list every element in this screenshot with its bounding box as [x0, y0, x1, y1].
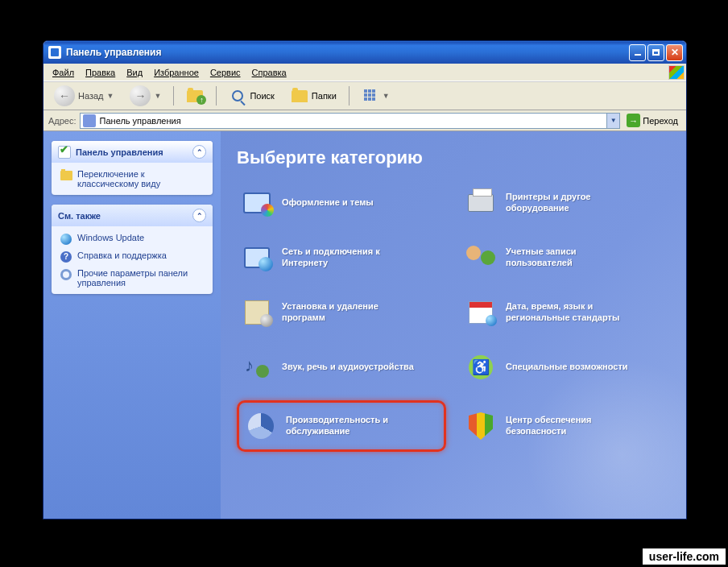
category-users[interactable]: Учетные записи пользователей [461, 236, 670, 279]
folder-icon [60, 169, 72, 182]
toolbar-separator [173, 86, 174, 106]
help-icon: ? [60, 250, 72, 263]
help-support-link[interactable]: ? Справка и поддержка [60, 250, 205, 263]
category-appearance[interactable]: Оформление и темы [237, 181, 446, 225]
search-button[interactable]: Поиск [223, 84, 279, 108]
panel-header[interactable]: Панель управления ⌃ [52, 141, 213, 163]
category-label: Специальные возможности [506, 362, 628, 373]
workspace: Панель управления ⌃ Переключение к класс… [43, 131, 686, 519]
folders-label: Папки [312, 91, 337, 101]
accessibility-icon: ♿ [464, 350, 498, 384]
link-text: Переключение к классическому виду [77, 169, 205, 188]
menu-edit[interactable]: Правка [80, 66, 121, 79]
forward-icon: → [130, 85, 151, 106]
window-title: Панель управления [66, 47, 624, 58]
menu-help[interactable]: Справка [246, 66, 292, 79]
control-panel-window: Панель управления ✕ Файл Правка Вид Избр… [43, 40, 687, 519]
menu-bar: Файл Правка Вид Избранное Сервис Справка [43, 64, 686, 81]
maximize-button[interactable] [647, 44, 664, 61]
link-text: Справка и поддержка [77, 250, 167, 260]
collapse-button[interactable]: ⌃ [192, 145, 206, 159]
back-button: ← Назад ▼ [48, 82, 119, 110]
panel-see-also: См. также ⌃ Windows Update ? Справка и п… [52, 205, 213, 294]
panel-title: Панель управления [76, 147, 163, 157]
address-dropdown-button[interactable]: ▼ [606, 114, 619, 128]
category-performance[interactable]: Производительность и обслуживание [237, 400, 446, 452]
search-label: Поиск [250, 91, 274, 101]
shield-icon [464, 409, 498, 443]
toolbar-separator [349, 86, 350, 106]
toolbar-separator [216, 86, 217, 106]
panel-control-panel: Панель управления ⌃ Переключение к класс… [52, 141, 213, 195]
views-button[interactable]: ▼ [356, 84, 395, 108]
category-label: Звук, речь и аудиоустройства [282, 362, 414, 373]
sound-icon [240, 350, 274, 384]
category-add-remove[interactable]: Установка и удаление программ [237, 291, 446, 334]
chevron-down-icon: ▼ [107, 92, 114, 100]
back-label: Назад [78, 91, 104, 101]
address-combo[interactable]: ▼ [80, 113, 621, 129]
go-label: Переход [643, 116, 678, 126]
go-arrow-icon: → [627, 114, 640, 127]
folders-button[interactable]: Папки [285, 84, 342, 108]
category-date-time[interactable]: Дата, время, язык и региональные стандар… [461, 291, 670, 334]
checkmark-icon [58, 146, 71, 159]
category-accessibility[interactable]: ♿ Специальные возможности [461, 346, 670, 389]
address-label: Адрес: [48, 116, 77, 126]
category-printers[interactable]: Принтеры и другое оборудование [461, 181, 670, 225]
category-label: Центр обеспечения безопасности [506, 415, 643, 437]
globe-icon [60, 233, 72, 246]
switch-classic-view-link[interactable]: Переключение к классическому виду [60, 169, 205, 188]
folders-icon [291, 87, 308, 105]
menu-tools[interactable]: Сервис [205, 66, 246, 79]
category-label: Дата, время, язык и региональные стандар… [506, 301, 643, 324]
folder-up-icon [186, 87, 204, 105]
address-bar: Адрес: ▼ → Переход [43, 110, 686, 131]
minimize-button[interactable] [629, 44, 646, 61]
category-label: Оформление и темы [282, 197, 374, 209]
menu-favorites[interactable]: Избранное [148, 66, 205, 79]
windows-logo-icon [668, 65, 685, 80]
page-heading: Выберите категорию [237, 147, 670, 168]
category-sound[interactable]: Звук, речь и аудиоустройства [237, 346, 446, 389]
chevron-down-icon: ▼ [383, 92, 390, 100]
back-icon: ← [54, 85, 75, 106]
category-label: Производительность и обслуживание [286, 415, 423, 437]
toolbar: ← Назад ▼ → ▼ Поиск Папки [43, 81, 686, 110]
link-text: Прочие параметры панели управления [77, 268, 205, 288]
menu-file[interactable]: Файл [47, 66, 80, 79]
panel-title: См. также [58, 211, 101, 221]
window-icon [48, 46, 61, 59]
title-bar[interactable]: Панель управления ✕ [43, 41, 686, 64]
printer-icon [464, 186, 498, 220]
address-input[interactable] [98, 115, 607, 126]
appearance-icon [240, 186, 274, 220]
category-network[interactable]: Сеть и подключения к Интернету [237, 236, 446, 279]
windows-update-link[interactable]: Windows Update [60, 233, 205, 246]
up-button[interactable] [180, 84, 209, 108]
menu-view[interactable]: Вид [121, 66, 148, 79]
category-view: Выберите категорию Оформление и темы При… [221, 131, 686, 519]
performance-icon [244, 409, 278, 443]
category-label: Установка и удаление программ [282, 301, 419, 324]
go-button[interactable]: → Переход [623, 113, 681, 128]
category-security[interactable]: Центр обеспечения безопасности [461, 400, 670, 452]
gear-icon [60, 268, 72, 281]
forward-button: → ▼ [124, 82, 167, 110]
watermark: user-life.com [642, 548, 726, 565]
datetime-icon [464, 296, 498, 329]
panel-header[interactable]: См. также ⌃ [52, 205, 213, 226]
users-icon [464, 241, 498, 275]
task-pane: Панель управления ⌃ Переключение к класс… [43, 131, 221, 519]
close-button[interactable]: ✕ [666, 44, 683, 61]
other-options-link[interactable]: Прочие параметры панели управления [60, 268, 205, 288]
category-label: Принтеры и другое оборудование [506, 192, 643, 214]
collapse-button[interactable]: ⌃ [192, 209, 206, 222]
network-icon [240, 241, 274, 275]
install-icon [240, 296, 274, 329]
category-grid: Оформление и темы Принтеры и другое обор… [237, 181, 670, 452]
search-icon [229, 87, 246, 105]
link-text: Windows Update [77, 233, 144, 242]
category-label: Учетные записи пользователей [506, 246, 643, 269]
control-panel-icon [83, 114, 96, 127]
